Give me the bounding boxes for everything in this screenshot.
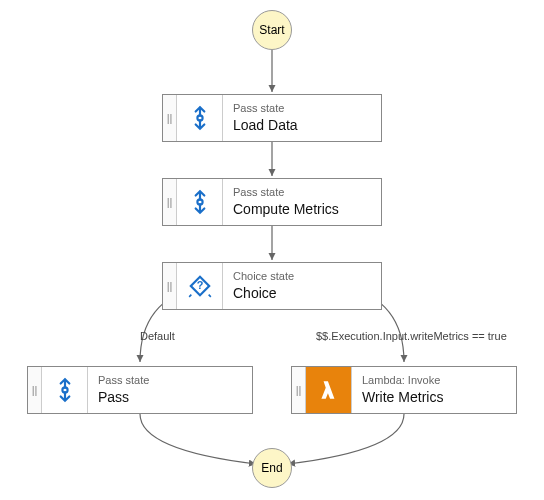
drag-handle-icon[interactable]: ||: [292, 367, 306, 413]
choice-state-icon: ?: [177, 263, 223, 309]
state-text: Choice state Choice: [223, 263, 381, 309]
end-label: End: [261, 461, 282, 475]
svg-point-4: [197, 199, 202, 204]
state-text: Lambda: Invoke Write Metrics: [352, 367, 516, 413]
state-type-label: Lambda: Invoke: [362, 374, 516, 387]
drag-handle-icon[interactable]: ||: [163, 263, 177, 309]
edge-label-condition: $$.Execution.Input.writeMetrics == true: [316, 330, 507, 342]
state-choice[interactable]: || ? Choice state Choice: [162, 262, 382, 310]
state-load-data[interactable]: || Pass state Load Data: [162, 94, 382, 142]
state-text: Pass state Compute Metrics: [223, 179, 381, 225]
edge-label-default: Default: [140, 330, 175, 342]
workflow-diagram: Start || Pass state Load Data || Pass st…: [0, 0, 544, 500]
state-pass[interactable]: || Pass state Pass: [27, 366, 253, 414]
state-type-label: Pass state: [233, 102, 381, 115]
svg-point-7: [62, 387, 67, 392]
svg-text:?: ?: [196, 279, 203, 291]
connectors: [0, 0, 544, 500]
lambda-icon: [306, 367, 352, 413]
drag-handle-icon[interactable]: ||: [163, 95, 177, 141]
drag-handle-icon[interactable]: ||: [28, 367, 42, 413]
state-compute-metrics[interactable]: || Pass state Compute Metrics: [162, 178, 382, 226]
state-text: Pass state Pass: [88, 367, 252, 413]
start-label: Start: [259, 23, 284, 37]
drag-handle-icon[interactable]: ||: [163, 179, 177, 225]
start-terminal[interactable]: Start: [252, 10, 292, 50]
state-text: Pass state Load Data: [223, 95, 381, 141]
state-name-label: Load Data: [233, 116, 381, 134]
state-write-metrics[interactable]: || Lambda: Invoke Write Metrics: [291, 366, 517, 414]
state-type-label: Choice state: [233, 270, 381, 283]
state-type-label: Pass state: [98, 374, 252, 387]
state-name-label: Pass: [98, 388, 252, 406]
pass-state-icon: [42, 367, 88, 413]
state-name-label: Choice: [233, 284, 381, 302]
svg-point-3: [197, 115, 202, 120]
state-type-label: Pass state: [233, 186, 381, 199]
pass-state-icon: [177, 179, 223, 225]
end-terminal[interactable]: End: [252, 448, 292, 488]
pass-state-icon: [177, 95, 223, 141]
state-name-label: Write Metrics: [362, 388, 516, 406]
state-name-label: Compute Metrics: [233, 200, 381, 218]
